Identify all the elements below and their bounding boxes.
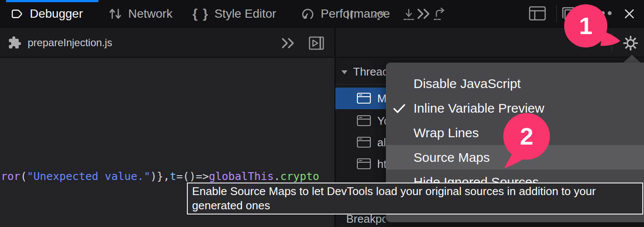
code-token: =()=> — [176, 170, 208, 183]
open-panel-icon[interactable] — [308, 35, 325, 51]
step-in-icon[interactable] — [401, 7, 417, 22]
source-file-tab[interactable]: prepareInjection.js — [8, 28, 112, 57]
code-token: )}, — [150, 170, 170, 183]
tab-label: Debugger — [30, 7, 83, 21]
checkmark-icon — [392, 102, 407, 115]
code-line: ror("Unexpected value.")},t=()=>globalTh… — [1, 170, 319, 183]
thread-label: al — [377, 136, 386, 149]
thread-label: M — [377, 92, 387, 105]
window-icon — [357, 158, 371, 170]
window-icon — [357, 92, 371, 104]
network-arrows-icon — [108, 6, 123, 21]
tab-network[interactable]: Network — [108, 0, 173, 28]
window-icon — [357, 136, 371, 148]
source-maps-tooltip: Enable Source Maps to let DevTools load … — [187, 183, 643, 214]
step-out-icon[interactable] — [431, 7, 447, 22]
extension-puzzle-icon — [8, 36, 22, 50]
tab-label: Style Editor — [215, 7, 276, 21]
source-tab-bar: prepareInjection.js — [0, 28, 335, 57]
window-icon — [357, 115, 371, 127]
badge-2-number: 2 — [515, 123, 539, 150]
pause-icon[interactable] — [342, 7, 357, 22]
thread-label: ht — [377, 158, 387, 171]
code-token: ror — [1, 170, 20, 183]
performance-gauge-icon — [300, 6, 315, 21]
split-panel-icon[interactable] — [528, 5, 546, 22]
source-file-name: prepareInjection.js — [28, 37, 112, 49]
code-token: . — [274, 170, 280, 183]
code-token: crypto — [280, 170, 319, 183]
tooltip-line-2: generated ones — [192, 199, 638, 213]
devtools-toolbar: Debugger Network { } Style Editor Perfor… — [0, 0, 644, 28]
code-token: t — [170, 170, 176, 183]
code-token: globalThis — [209, 170, 274, 183]
step-over-icon[interactable] — [370, 7, 388, 22]
debugger-tab-icon — [11, 8, 24, 20]
devtools-window: Debugger Network { } Style Editor Perfor… — [0, 0, 644, 227]
collapse-triangle-icon — [341, 69, 348, 75]
menu-anchor-arrow — [623, 55, 641, 63]
tooltip-line-1: Enable Source Maps to let DevTools load … — [192, 184, 638, 199]
badge-1-number: 1 — [574, 12, 598, 40]
curly-braces-icon: { } — [193, 6, 209, 21]
tab-label: Network — [128, 7, 173, 21]
code-token: ( — [20, 170, 27, 183]
code-token: "Unexpected value." — [27, 170, 150, 183]
menu-item-disable-javascript[interactable]: Disable JavaScript — [386, 71, 644, 96]
tab-style-editor[interactable]: { } Style Editor — [193, 0, 276, 28]
more-tools-chevron-icon[interactable] — [415, 6, 432, 21]
chevron-double-right-icon[interactable] — [280, 36, 297, 50]
tab-debugger[interactable]: Debugger — [11, 0, 83, 28]
